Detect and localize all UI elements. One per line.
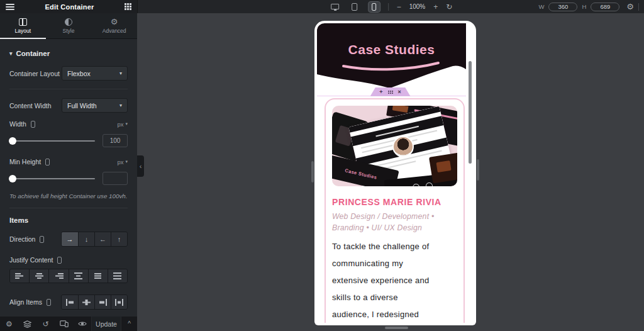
direction-label: Direction: [9, 235, 35, 243]
container-section-header[interactable]: ▾ Container: [9, 50, 128, 57]
settings-button[interactable]: ⚙: [0, 317, 18, 331]
min-height-unit-dropdown[interactable]: px ▾: [117, 159, 128, 166]
align-start-button[interactable]: [62, 295, 78, 309]
preview-toolbar: − 100% + ↻ W H ⚙: [137, 0, 644, 13]
width-unit-dropdown[interactable]: px ▾: [117, 121, 128, 128]
tablet-mode-button[interactable]: [349, 2, 360, 12]
slider-handle[interactable]: [9, 137, 16, 145]
align-end-button[interactable]: [94, 295, 111, 309]
min-height-slider[interactable]: [9, 178, 95, 179]
width-label-wrap: Width: [9, 120, 117, 128]
slider-handle[interactable]: [9, 175, 16, 182]
direction-column-button[interactable]: ↓: [78, 232, 94, 246]
divider: [9, 208, 128, 208]
justify-end-button[interactable]: [48, 269, 68, 283]
update-button[interactable]: Update: [91, 317, 121, 331]
justify-center-button[interactable]: [29, 269, 48, 283]
delete-widget-button[interactable]: ×: [398, 89, 401, 95]
collapse-panel-button[interactable]: ‹: [137, 155, 144, 177]
min-height-row: Min Height px ▾: [9, 158, 128, 166]
collage-photo-dark: [429, 153, 457, 184]
case-collage-image[interactable]: Case Studies: [332, 106, 457, 186]
zoom-in-button[interactable]: +: [433, 3, 438, 11]
min-height-input[interactable]: [103, 172, 128, 185]
width-input[interactable]: [103, 134, 128, 147]
hero-section: Case Studies: [317, 23, 466, 94]
content-width-select[interactable]: Full Width ▾: [62, 98, 128, 113]
responsive-mode-button[interactable]: [55, 317, 73, 331]
navigator-button[interactable]: [18, 317, 36, 331]
hero-title: Case Studies: [317, 42, 466, 57]
justify-space-evenly-button[interactable]: [108, 269, 127, 283]
width-slider[interactable]: [9, 140, 95, 142]
container-section-title: Container: [16, 50, 50, 57]
direction-row-reverse-button[interactable]: ←: [94, 232, 111, 246]
justify-space-around-button[interactable]: [88, 269, 108, 283]
preview-height-field[interactable]: [591, 3, 619, 11]
mobile-responsive-icon[interactable]: [31, 121, 35, 128]
eye-icon: [78, 321, 87, 327]
device-scrollbar-thumb[interactable]: [469, 61, 472, 164]
preview-settings-button[interactable]: ⚙: [626, 3, 634, 11]
preview-width-label: W: [539, 3, 545, 10]
justify-start-button[interactable]: [10, 269, 29, 283]
mobile-icon: [372, 3, 376, 11]
mobile-responsive-icon[interactable]: [40, 236, 44, 243]
zoom-out-button[interactable]: −: [397, 3, 401, 11]
preview-changes-button[interactable]: [73, 317, 91, 331]
tab-advanced[interactable]: ⚙ Advanced: [91, 13, 137, 38]
apps-grid-icon[interactable]: [125, 3, 131, 10]
mobile-mode-button[interactable]: [369, 2, 380, 12]
align-stretch-button[interactable]: [111, 295, 127, 309]
case-body-text: To tackle the challenge of communicating…: [332, 238, 457, 323]
mobile-responsive-icon[interactable]: [45, 159, 50, 166]
direction-row-button[interactable]: →: [62, 232, 78, 246]
layout-icon: [19, 18, 27, 26]
chevron-down-icon: ▾: [125, 121, 128, 126]
collage-caption: Case Studies: [345, 167, 378, 180]
content-width-label: Content Width: [9, 102, 62, 109]
chevron-down-icon: ▾: [125, 159, 128, 164]
container-layout-value: Flexbox: [67, 70, 119, 77]
container-layout-select[interactable]: Flexbox ▾: [62, 66, 128, 81]
panel-tabs: Layout Style ⚙ Advanced: [0, 13, 137, 39]
chevron-down-icon: ▾: [119, 70, 122, 76]
justify-content-button-group: [9, 269, 128, 283]
width-row: Width px ▾: [9, 120, 128, 128]
history-button[interactable]: ↺: [36, 317, 55, 331]
desktop-mode-button[interactable]: [330, 2, 341, 12]
align-center-button[interactable]: [78, 295, 94, 309]
zoom-level: 100%: [409, 3, 426, 10]
direction-row: Direction → ↓ ← ↑: [9, 232, 128, 247]
reset-zoom-button[interactable]: ↻: [446, 3, 452, 11]
container-layout-label: Container Layout: [9, 70, 62, 77]
items-section-title: Items: [9, 216, 28, 224]
footer-options-toggle[interactable]: ^: [121, 317, 137, 331]
add-widget-button[interactable]: +: [379, 89, 382, 95]
mobile-responsive-icon[interactable]: [57, 257, 62, 264]
direction-column-reverse-button[interactable]: ↑: [111, 232, 127, 246]
hamburger-menu-icon[interactable]: [6, 4, 14, 10]
mobile-responsive-icon[interactable]: [47, 299, 51, 306]
preview-width-field[interactable]: [548, 3, 577, 11]
hero-underline-swoosh: [317, 60, 466, 74]
drag-widget-handle[interactable]: [388, 91, 393, 94]
justify-label-wrap: Justify Content: [9, 256, 128, 264]
chevron-down-icon: ▾: [119, 103, 122, 108]
align-label-wrap: Align Items: [9, 298, 61, 306]
width-slider-row: [9, 134, 128, 147]
resize-handle-right[interactable]: [477, 159, 479, 181]
widget-handle[interactable]: + ×: [370, 87, 411, 96]
horizontal-scrollbar-thumb[interactable]: [385, 327, 408, 329]
tab-layout[interactable]: Layout: [0, 13, 46, 38]
tab-style[interactable]: Style: [46, 13, 92, 38]
case-subtitle-line: Web Design / Development •: [332, 211, 457, 222]
resize-handle-left[interactable]: [311, 161, 314, 182]
history-icon: ↺: [42, 320, 48, 328]
justify-space-between-button[interactable]: [69, 269, 88, 283]
justify-content-label-row: Justify Content: [9, 256, 128, 264]
device-scrollbar[interactable]: [466, 23, 474, 323]
device-screen: Case Studies + ×: [317, 23, 474, 323]
unit-label: px: [117, 159, 123, 166]
align-items-row: Align Items: [9, 295, 128, 310]
